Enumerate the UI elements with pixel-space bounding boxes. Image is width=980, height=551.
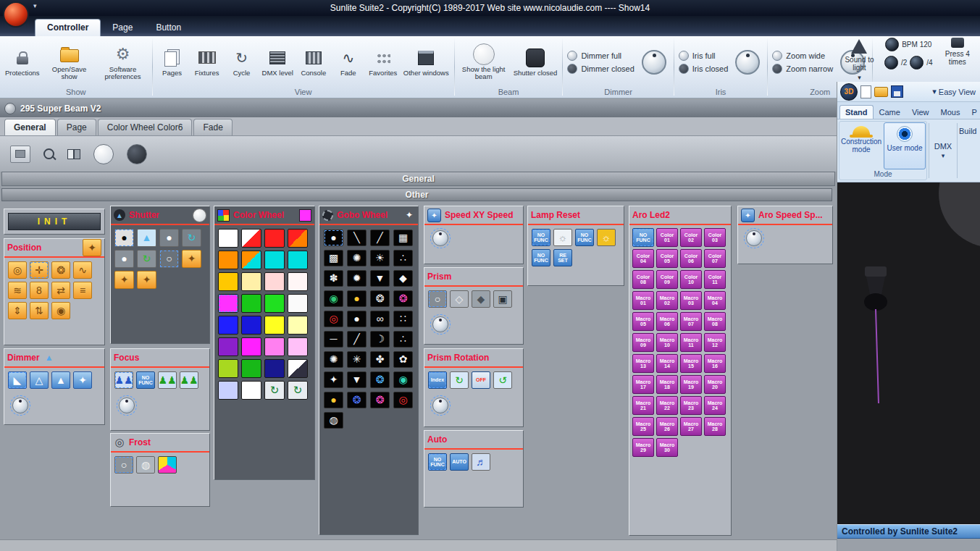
auto-button[interactable]: ♬ — [472, 453, 490, 471]
lamp-reset-button[interactable]: ☼ — [597, 229, 616, 246]
color-swatch[interactable] — [218, 294, 238, 313]
aro-speed-knob[interactable] — [744, 228, 764, 248]
color-swatch[interactable] — [218, 381, 238, 400]
color-swatch[interactable] — [241, 337, 261, 356]
tab-fixture-page[interactable]: Page — [57, 119, 96, 135]
gobo-button[interactable]: ● — [324, 230, 343, 246]
aro-led2-button[interactable]: Color 03 — [704, 228, 726, 247]
magnifier-icon[interactable] — [43, 148, 54, 159]
position-preset-button[interactable]: ≡ — [73, 282, 92, 299]
focus-panel-knob[interactable] — [117, 395, 137, 416]
shutter-preset-button[interactable]: ↻ — [137, 250, 156, 268]
gobo-button[interactable]: ✦ — [324, 371, 343, 388]
console-button[interactable]: Console — [297, 46, 330, 79]
gobo-button[interactable]: ▼ — [370, 270, 390, 287]
aro-led2-button[interactable]: Macro 19 — [680, 375, 702, 394]
shutter-preset-button[interactable]: ▲ — [137, 229, 156, 247]
aro-led2-button[interactable]: Macro 22 — [656, 396, 678, 415]
lamp-reset-button[interactable]: ☼ — [553, 229, 572, 246]
pages-button[interactable]: Pages — [156, 46, 189, 79]
color-swatch[interactable] — [288, 294, 308, 313]
lamp-reset-button[interactable]: RE SET — [553, 249, 572, 266]
prism-rotation-button[interactable]: ↺ — [493, 371, 512, 389]
metronome-icon[interactable] — [851, 39, 867, 54]
easy-view-caption[interactable]: Easy View — [932, 87, 977, 96]
dimmer-preset-button[interactable]: ✦ — [73, 371, 92, 389]
focus-preset-button[interactable]: ♟♟ — [180, 371, 198, 389]
frost-preset-button[interactable]: ◍ — [136, 456, 155, 474]
auto-button[interactable]: AUTO — [450, 453, 469, 471]
gobo-button[interactable]: ╱ — [370, 230, 390, 246]
tab-more[interactable]: P — [966, 105, 980, 119]
tab-controller[interactable]: Controller — [35, 19, 101, 36]
gobo-button[interactable]: ☀ — [370, 250, 390, 266]
color-swatch[interactable] — [288, 337, 308, 356]
gobo-button[interactable]: ▩ — [324, 250, 343, 266]
bpm-knob[interactable] — [885, 38, 899, 51]
aro-led2-button[interactable]: Color 09 — [656, 270, 678, 289]
aro-led2-button[interactable]: Macro 29 — [632, 438, 654, 457]
color-swatch[interactable] — [241, 316, 261, 335]
sound-dropdown-arrow-icon[interactable] — [858, 74, 861, 81]
color-swatch[interactable] — [218, 359, 238, 378]
tab-general[interactable]: General — [4, 119, 56, 135]
color-swatch[interactable] — [264, 229, 285, 248]
prism-preset-button[interactable]: ▣ — [493, 290, 512, 308]
prism-rotation-knob[interactable] — [430, 395, 451, 416]
gobo-button[interactable]: ∞ — [370, 311, 390, 327]
color-swatch[interactable] — [288, 229, 308, 248]
color-swatch[interactable] — [264, 316, 285, 335]
aro-led2-button[interactable]: Macro 27 — [680, 417, 702, 436]
gobo-button[interactable]: ❂ — [393, 290, 413, 307]
zoom-narrow-option[interactable]: Zoom narrow — [772, 64, 833, 74]
gobo-button[interactable]: ∴ — [393, 250, 413, 266]
shutter-preset-button[interactable]: ○ — [159, 250, 179, 268]
dimmer-knob[interactable] — [642, 50, 666, 75]
position-preset-button[interactable]: 8 — [30, 282, 49, 299]
color-swatch[interactable]: ↻ — [264, 381, 285, 400]
aro-led2-button[interactable]: Macro 15 — [680, 354, 702, 373]
aro-led2-button[interactable]: Macro 03 — [680, 291, 702, 310]
gobo-button[interactable]: ▼ — [347, 371, 367, 388]
aro-led2-button[interactable]: Macro 26 — [656, 417, 678, 436]
aro-led2-button[interactable]: Color 04 — [632, 249, 654, 268]
aro-led2-button[interactable]: Macro 30 — [656, 438, 678, 457]
aro-led2-button[interactable]: Macro 12 — [704, 333, 726, 352]
user-mode-button[interactable]: User mode — [884, 122, 926, 169]
open-save-show-button[interactable]: Open/Save show — [43, 42, 96, 83]
lamp-reset-button[interactable]: NO FUNC — [532, 249, 550, 266]
easy-view-3d-icon[interactable]: 3D — [840, 83, 858, 101]
3d-viewport[interactable] — [837, 182, 980, 524]
gobo-button[interactable]: ◉ — [324, 290, 343, 307]
fade-button[interactable]: Fade — [332, 46, 365, 79]
gobo-button[interactable]: ─ — [324, 331, 343, 348]
focus-preset-button[interactable]: ♟♟ — [158, 371, 177, 389]
gobo-button[interactable]: ✳ — [347, 351, 367, 368]
gobo-button[interactable]: ◍ — [324, 412, 343, 429]
shutter-closed-button[interactable]: Shutter closed — [511, 46, 560, 79]
tab-mouse[interactable]: Mous — [935, 105, 966, 119]
color-swatch[interactable] — [288, 316, 308, 335]
init-button[interactable]: INIT — [8, 213, 101, 230]
divide-4-knob[interactable] — [910, 56, 924, 70]
gobo-button[interactable]: ❂ — [347, 392, 367, 408]
gobo-button[interactable]: ✹ — [347, 270, 367, 287]
aro-led2-button[interactable]: Macro 08 — [704, 312, 726, 331]
aro-led2-button[interactable]: Macro 17 — [632, 375, 654, 394]
aro-led2-button[interactable]: Macro 21 — [632, 396, 654, 415]
position-options-icon[interactable] — [83, 239, 101, 256]
dimmer-preset-button[interactable]: ◣ — [8, 371, 27, 389]
color-swatch[interactable] — [288, 251, 308, 269]
shutter-preset-button[interactable]: ● — [114, 229, 134, 247]
aro-led2-button[interactable]: Macro 18 — [656, 375, 678, 394]
color-swatch[interactable] — [218, 229, 238, 248]
gobo-button[interactable]: ◎ — [324, 311, 343, 327]
shutter-preset-button[interactable]: ● — [114, 250, 134, 268]
gobo-button[interactable]: ● — [324, 392, 343, 408]
iris-full-option[interactable]: Iris full — [679, 51, 729, 61]
position-preset-button[interactable]: ≋ — [8, 282, 27, 299]
dimmer-preset-button[interactable]: ▲ — [51, 371, 70, 389]
prism-rotation-button[interactable]: OFF — [472, 371, 490, 389]
aro-led2-button[interactable]: Macro 07 — [680, 312, 702, 331]
auto-button[interactable]: NO FUNC — [428, 453, 447, 471]
